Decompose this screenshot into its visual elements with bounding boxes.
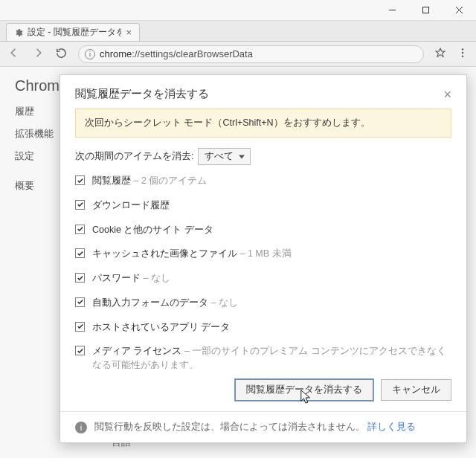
checkbox-icon[interactable] (75, 346, 85, 355)
option-media-licenses[interactable]: メディア ライセンス – 一部のサイトのプレミアム コンテンツにアクセスできなく… (75, 344, 451, 369)
clear-options-list: 閲覧履歴 – 2 個のアイテム ダウンロード履歴 Cookie と他のサイト デ… (75, 174, 451, 369)
cancel-button[interactable]: キャンセル (381, 379, 451, 401)
period-select[interactable]: すべて (198, 148, 251, 165)
clear-data-button[interactable]: 閲覧履歴データを消去する (235, 379, 373, 401)
option-passwords[interactable]: パスワード – なし (75, 271, 451, 286)
dialog-close-button[interactable]: × (443, 88, 451, 101)
option-cached-images[interactable]: キャッシュされた画像とファイル – 1 MB 未満 (75, 247, 451, 261)
learn-more-link[interactable]: 詳しく見る (367, 422, 416, 432)
option-autofill[interactable]: 自動入力フォームのデータ – なし (75, 296, 451, 310)
info-icon: i (75, 422, 87, 433)
clear-browsing-data-dialog: 閲覧履歴データを消去する × 次回からシークレット モード（Ctrl+Shift… (60, 74, 467, 443)
option-browsing-history[interactable]: 閲覧履歴 – 2 個のアイテム (75, 174, 451, 188)
checkbox-icon[interactable] (75, 297, 85, 307)
checkbox-icon[interactable] (75, 200, 85, 210)
checkbox-icon[interactable] (75, 248, 85, 258)
period-label: 次の期間のアイテムを消去: (75, 150, 193, 163)
checkbox-icon[interactable] (75, 273, 85, 283)
checkbox-icon[interactable] (75, 175, 85, 185)
dialog-title: 閲覧履歴データを消去する (75, 87, 443, 101)
checkbox-icon[interactable] (75, 322, 85, 332)
footer-text: 閲覧行動を反映した設定は、場合によっては消去されません。 詳しく見る (94, 421, 416, 433)
option-hosted-app-data[interactable]: ホストされているアプリ データ (75, 320, 451, 335)
option-download-history[interactable]: ダウンロード履歴 (75, 199, 451, 213)
checkbox-icon[interactable] (75, 225, 85, 234)
dialog-footer: i 閲覧行動を反映した設定は、場合によっては消去されません。 詳しく見る (60, 411, 466, 442)
incognito-suggestion-banner: 次回からシークレット モード（Ctrl+Shift+N）をおすすめします。 (75, 109, 451, 138)
option-cookies[interactable]: Cookie と他のサイト データ (75, 223, 451, 237)
